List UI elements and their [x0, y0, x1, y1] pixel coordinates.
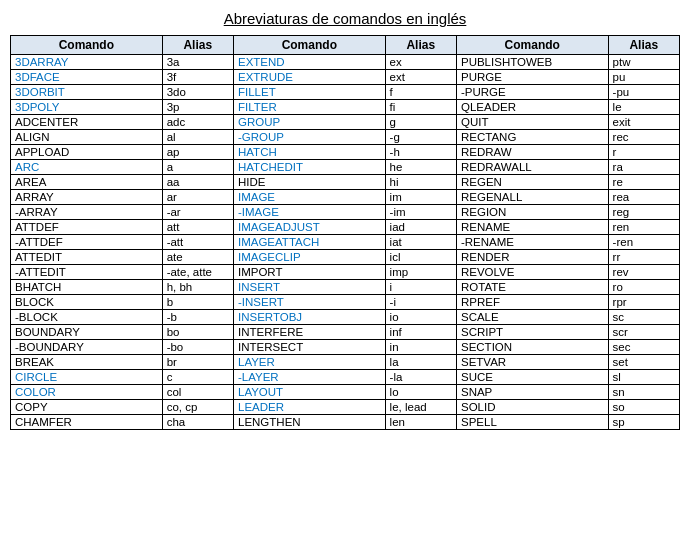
alias-cell: la: [385, 355, 456, 370]
header-alias-1: Alias: [162, 36, 233, 55]
alias-cell: g: [385, 115, 456, 130]
alias-cell: sn: [608, 385, 679, 400]
command-cell: -ATTDEF: [11, 235, 163, 250]
command-cell: IMAGECLIP: [233, 250, 385, 265]
command-cell: LEADER: [233, 400, 385, 415]
alias-cell: c: [162, 370, 233, 385]
alias-cell: hi: [385, 175, 456, 190]
command-cell: HIDE: [233, 175, 385, 190]
command-cell: SECTION: [456, 340, 608, 355]
alias-cell: ext: [385, 70, 456, 85]
table-row: 3DFACE3fEXTRUDEextPURGEpu: [11, 70, 680, 85]
alias-cell: reg: [608, 205, 679, 220]
command-cell: QLEADER: [456, 100, 608, 115]
command-cell: LENGTHEN: [233, 415, 385, 430]
command-cell: QUIT: [456, 115, 608, 130]
alias-cell: ptw: [608, 55, 679, 70]
table-row: ADCENTERadcGROUPgQUITexit: [11, 115, 680, 130]
alias-cell: r: [608, 145, 679, 160]
alias-cell: -g: [385, 130, 456, 145]
command-cell: BLOCK: [11, 295, 163, 310]
command-cell: ATTEDIT: [11, 250, 163, 265]
alias-cell: he: [385, 160, 456, 175]
command-cell: LAYER: [233, 355, 385, 370]
command-cell: COPY: [11, 400, 163, 415]
command-cell: FILTER: [233, 100, 385, 115]
table-row: BOUNDARYboINTERFEREinfSCRIPTscr: [11, 325, 680, 340]
alias-cell: ar: [162, 190, 233, 205]
command-cell: PURGE: [456, 70, 608, 85]
alias-cell: ex: [385, 55, 456, 70]
alias-cell: col: [162, 385, 233, 400]
command-cell: -BOUNDARY: [11, 340, 163, 355]
alias-cell: -la: [385, 370, 456, 385]
alias-cell: 3a: [162, 55, 233, 70]
table-row: -ATTEDIT-ate, atteIMPORTimpREVOLVErev: [11, 265, 680, 280]
command-cell: -ATTEDIT: [11, 265, 163, 280]
command-cell: ATTDEF: [11, 220, 163, 235]
command-cell: REDRAWALL: [456, 160, 608, 175]
command-cell: RPREF: [456, 295, 608, 310]
alias-cell: 3p: [162, 100, 233, 115]
command-cell: ARC: [11, 160, 163, 175]
alias-cell: pu: [608, 70, 679, 85]
alias-cell: rec: [608, 130, 679, 145]
alias-cell: co, cp: [162, 400, 233, 415]
table-row: BREAKbrLAYERlaSETVARset: [11, 355, 680, 370]
table-row: -BLOCK-bINSERTOBJioSCALEsc: [11, 310, 680, 325]
alias-cell: al: [162, 130, 233, 145]
alias-cell: icl: [385, 250, 456, 265]
page-title: Abreviaturas de comandos en inglés: [10, 10, 680, 27]
table-row: COPYco, cpLEADERle, leadSOLIDso: [11, 400, 680, 415]
table-row: 3DPOLY3pFILTERfiQLEADERle: [11, 100, 680, 115]
alias-cell: sl: [608, 370, 679, 385]
command-cell: REGION: [456, 205, 608, 220]
alias-cell: att: [162, 220, 233, 235]
table-row: COLORcolLAYOUTloSNAPsn: [11, 385, 680, 400]
command-cell: -ARRAY: [11, 205, 163, 220]
command-cell: PUBLISHTOWEB: [456, 55, 608, 70]
command-cell: RENDER: [456, 250, 608, 265]
commands-table: Comando Alias Comando Alias Comando Alia…: [10, 35, 680, 430]
command-cell: -LAYER: [233, 370, 385, 385]
alias-cell: -bo: [162, 340, 233, 355]
table-row: BHATCHh, bhINSERTiROTATEro: [11, 280, 680, 295]
table-row: CIRCLEc-LAYER-laSUCEsl: [11, 370, 680, 385]
command-cell: INTERSECT: [233, 340, 385, 355]
alias-cell: -b: [162, 310, 233, 325]
table-row: AREAaaHIDEhiREGENre: [11, 175, 680, 190]
command-cell: ALIGN: [11, 130, 163, 145]
command-cell: SPELL: [456, 415, 608, 430]
command-cell: -BLOCK: [11, 310, 163, 325]
alias-cell: rr: [608, 250, 679, 265]
alias-cell: cha: [162, 415, 233, 430]
command-cell: INSERT: [233, 280, 385, 295]
alias-cell: sc: [608, 310, 679, 325]
command-cell: IMAGEATTACH: [233, 235, 385, 250]
command-cell: SOLID: [456, 400, 608, 415]
alias-cell: 3do: [162, 85, 233, 100]
command-cell: RECTANG: [456, 130, 608, 145]
alias-cell: -im: [385, 205, 456, 220]
command-cell: 3DPOLY: [11, 100, 163, 115]
alias-cell: le: [608, 100, 679, 115]
table-row: BLOCKb-INSERT-iRPREFrpr: [11, 295, 680, 310]
alias-cell: rev: [608, 265, 679, 280]
command-cell: HATCH: [233, 145, 385, 160]
command-cell: APPLOAD: [11, 145, 163, 160]
command-cell: REGEN: [456, 175, 608, 190]
command-cell: INTERFERE: [233, 325, 385, 340]
alias-cell: ap: [162, 145, 233, 160]
alias-cell: ra: [608, 160, 679, 175]
alias-cell: i: [385, 280, 456, 295]
command-cell: -GROUP: [233, 130, 385, 145]
alias-cell: -ar: [162, 205, 233, 220]
command-cell: SUCE: [456, 370, 608, 385]
command-cell: FILLET: [233, 85, 385, 100]
alias-cell: scr: [608, 325, 679, 340]
command-cell: SCRIPT: [456, 325, 608, 340]
command-cell: AREA: [11, 175, 163, 190]
alias-cell: ate: [162, 250, 233, 265]
command-cell: 3DARRAY: [11, 55, 163, 70]
alias-cell: rea: [608, 190, 679, 205]
